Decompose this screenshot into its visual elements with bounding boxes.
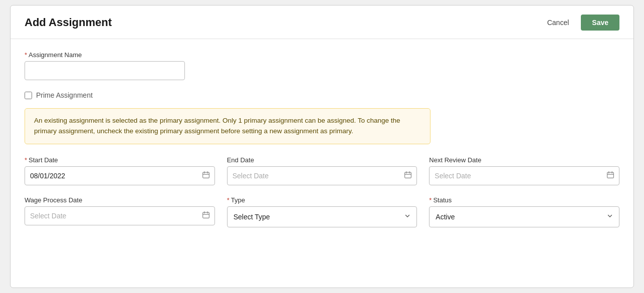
assignment-name-label: * Assignment Name xyxy=(25,51,619,59)
assignment-name-input[interactable] xyxy=(25,61,185,80)
type-label: * Type xyxy=(227,196,417,204)
status-label: * Status xyxy=(429,196,619,204)
required-star-start: * xyxy=(25,156,27,164)
end-date-input[interactable] xyxy=(227,166,417,185)
type-group: * Type Select Type xyxy=(227,196,417,227)
modal-title: Add Assignment xyxy=(25,16,112,29)
start-date-wrapper xyxy=(25,166,215,185)
required-star: * xyxy=(25,51,27,59)
prime-assignment-alert: An existing assignment is selected as th… xyxy=(25,108,431,144)
start-date-group: * Start Date xyxy=(25,156,215,185)
required-star-status: * xyxy=(429,196,432,204)
add-assignment-modal: Add Assignment Cancel Save * Assignment … xyxy=(10,5,634,288)
type-select-wrapper: Select Type xyxy=(227,206,417,227)
end-date-label: End Date xyxy=(227,156,417,164)
wage-process-date-input[interactable] xyxy=(25,206,215,225)
required-star-type: * xyxy=(227,196,230,204)
status-select[interactable]: Active Inactive xyxy=(429,206,619,227)
cancel-button[interactable]: Cancel xyxy=(542,16,574,30)
wage-process-date-group: Wage Process Date xyxy=(25,196,215,227)
prime-assignment-label: Prime Assignment xyxy=(36,91,93,99)
prime-assignment-checkbox[interactable] xyxy=(25,92,32,99)
date-row-1: * Start Date End Date xyxy=(25,156,619,185)
status-group: * Status Active Inactive xyxy=(429,196,619,227)
wage-process-date-wrapper xyxy=(25,206,215,225)
modal-header: Add Assignment Cancel Save xyxy=(11,6,633,39)
end-date-wrapper xyxy=(227,166,417,185)
type-select[interactable]: Select Type xyxy=(227,206,417,227)
wage-process-date-label: Wage Process Date xyxy=(25,196,215,204)
start-date-label: * Start Date xyxy=(25,156,215,164)
modal-body: * Assignment Name Prime Assignment An ex… xyxy=(11,39,633,252)
header-actions: Cancel Save xyxy=(542,15,619,31)
start-date-input[interactable] xyxy=(25,166,215,185)
alert-text: An existing assignment is selected as th… xyxy=(34,116,421,137)
next-review-date-group: Next Review Date xyxy=(429,156,619,185)
prime-assignment-row: Prime Assignment xyxy=(25,91,619,99)
row-2: Wage Process Date * Type xyxy=(25,196,619,227)
end-date-group: End Date xyxy=(227,156,417,185)
next-review-date-input[interactable] xyxy=(429,166,619,185)
next-review-date-wrapper xyxy=(429,166,619,185)
assignment-name-section: * Assignment Name xyxy=(25,51,619,80)
next-review-date-label: Next Review Date xyxy=(429,156,619,164)
status-select-wrapper: Active Inactive xyxy=(429,206,619,227)
save-button[interactable]: Save xyxy=(581,15,619,31)
